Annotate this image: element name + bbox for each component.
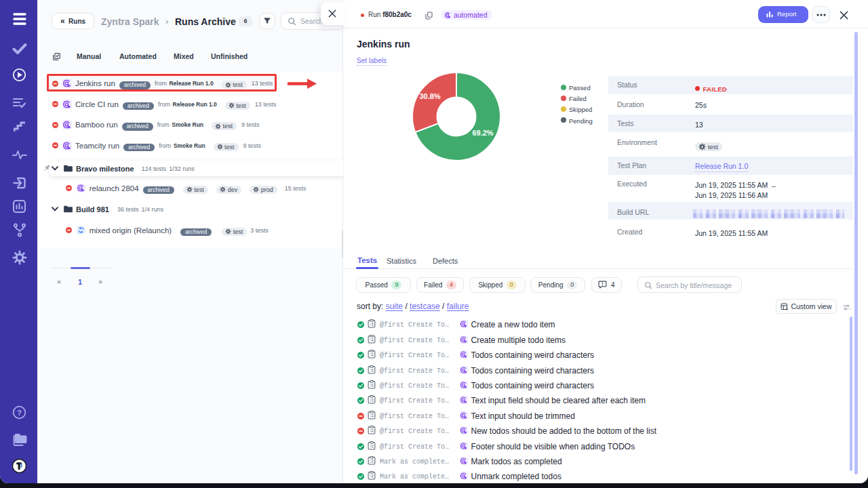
svg-text:?: ? bbox=[17, 409, 22, 417]
svg-text:69.2%: 69.2% bbox=[472, 129, 493, 137]
svg-text:30.8%: 30.8% bbox=[419, 92, 440, 100]
